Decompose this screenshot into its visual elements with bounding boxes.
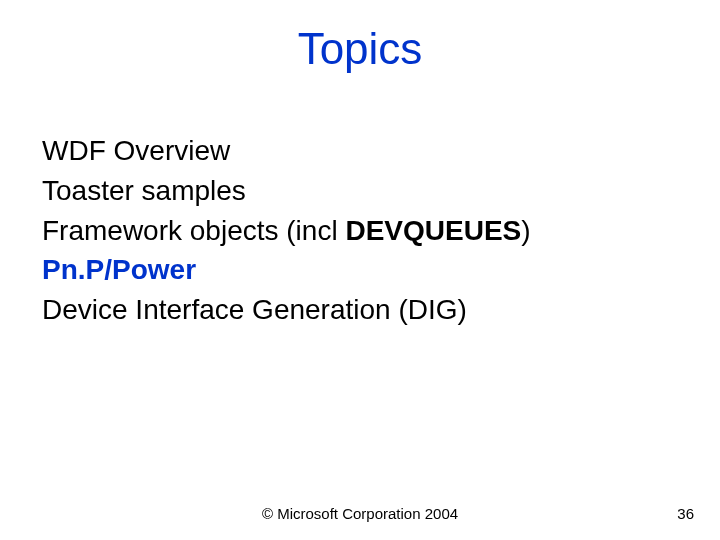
- list-item-text: ): [521, 215, 530, 246]
- page-number: 36: [677, 505, 694, 522]
- list-item-highlight: Pn.P/Power: [42, 251, 678, 289]
- slide-title: Topics: [0, 24, 720, 74]
- list-item: Toaster samples: [42, 172, 678, 210]
- list-item-bold: DEVQUEUES: [345, 215, 521, 246]
- slide: Topics WDF Overview Toaster samples Fram…: [0, 0, 720, 540]
- list-item: WDF Overview: [42, 132, 678, 170]
- list-item: Framework objects (incl DEVQUEUES): [42, 212, 678, 250]
- list-item: Device Interface Generation (DIG): [42, 291, 678, 329]
- topics-list: WDF Overview Toaster samples Framework o…: [42, 132, 678, 331]
- footer-copyright: © Microsoft Corporation 2004: [0, 505, 720, 522]
- list-item-text: Framework objects (incl: [42, 215, 345, 246]
